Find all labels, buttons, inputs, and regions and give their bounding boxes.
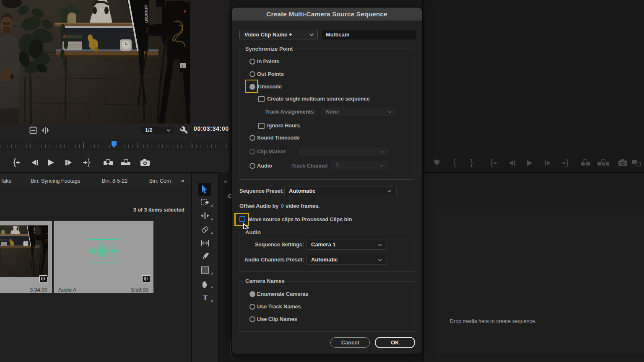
svg-text:T: T (203, 294, 208, 301)
